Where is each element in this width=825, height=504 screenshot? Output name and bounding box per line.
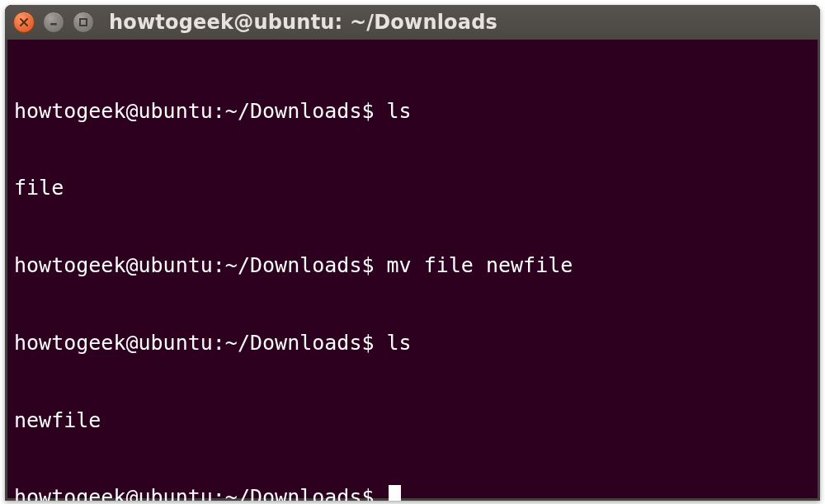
close-icon	[19, 17, 29, 27]
terminal-prompt-current: howtogeek@ubuntu:~/Downloads$	[14, 484, 813, 501]
svg-rect-0	[50, 23, 57, 26]
window-title: howtogeek@ubuntu: ~/Downloads	[109, 11, 497, 34]
terminal-output: file	[14, 175, 813, 200]
window-buttons	[13, 12, 94, 33]
svg-rect-1	[80, 19, 87, 26]
terminal-line: howtogeek@ubuntu:~/Downloads$ ls	[14, 98, 813, 124]
cursor-icon	[389, 485, 401, 501]
terminal-output: newfile	[14, 407, 813, 433]
maximize-button[interactable]	[73, 12, 94, 33]
terminal-line: howtogeek@ubuntu:~/Downloads$ mv file ne…	[14, 252, 813, 278]
minimize-button[interactable]	[43, 12, 64, 33]
terminal-body[interactable]: howtogeek@ubuntu:~/Downloads$ ls file ho…	[5, 40, 820, 501]
terminal-window: howtogeek@ubuntu: ~/Downloads howtogeek@…	[5, 5, 820, 501]
terminal-line: howtogeek@ubuntu:~/Downloads$ ls	[14, 330, 813, 356]
minimize-icon	[49, 17, 59, 27]
close-button[interactable]	[13, 12, 35, 33]
titlebar[interactable]: howtogeek@ubuntu: ~/Downloads	[5, 5, 820, 40]
maximize-icon	[78, 17, 88, 27]
